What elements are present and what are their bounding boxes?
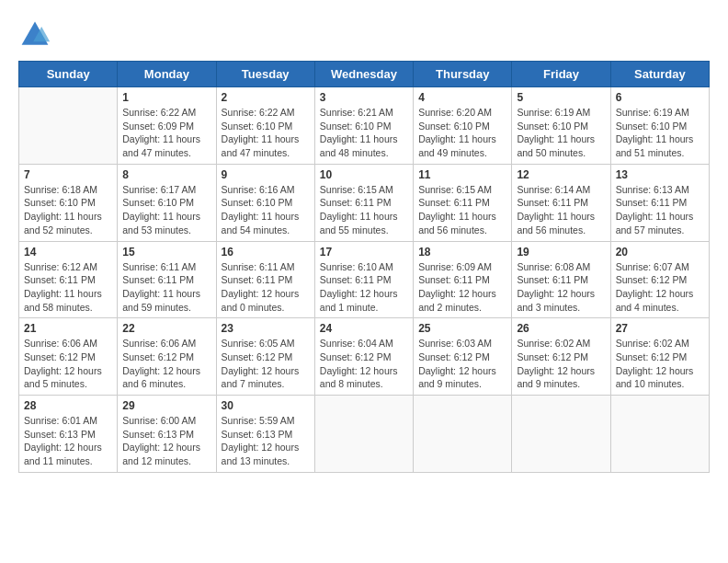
calendar-cell: 11Sunrise: 6:15 AM Sunset: 6:11 PM Dayli… — [414, 164, 512, 241]
calendar-cell — [19, 87, 118, 165]
day-info: Sunrise: 6:06 AM Sunset: 6:12 PM Dayligh… — [122, 337, 210, 391]
calendar-cell: 16Sunrise: 6:11 AM Sunset: 6:11 PM Dayli… — [216, 241, 314, 318]
day-info: Sunrise: 6:06 AM Sunset: 6:12 PM Dayligh… — [24, 337, 112, 391]
calendar-cell: 24Sunrise: 6:04 AM Sunset: 6:12 PM Dayli… — [314, 318, 413, 396]
day-info: Sunrise: 6:22 AM Sunset: 6:09 PM Dayligh… — [122, 106, 210, 160]
day-number: 4 — [418, 91, 506, 104]
day-number: 2 — [222, 91, 310, 104]
day-number: 5 — [517, 91, 605, 104]
day-info: Sunrise: 6:11 AM Sunset: 6:11 PM Dayligh… — [122, 260, 210, 315]
day-number: 23 — [222, 322, 310, 335]
calendar-cell: 5Sunrise: 6:19 AM Sunset: 6:10 PM Daylig… — [512, 87, 610, 165]
day-info: Sunrise: 6:16 AM Sunset: 6:10 PM Dayligh… — [222, 183, 310, 237]
logo-icon — [18, 18, 51, 52]
day-number: 21 — [24, 322, 112, 335]
day-header-sunday: Sunday — [19, 62, 118, 87]
calendar-cell — [414, 396, 512, 473]
day-number: 1 — [122, 91, 210, 104]
calendar-cell — [610, 396, 709, 473]
calendar-cell: 23Sunrise: 6:05 AM Sunset: 6:12 PM Dayli… — [216, 318, 314, 396]
day-info: Sunrise: 6:14 AM Sunset: 6:11 PM Dayligh… — [517, 183, 605, 237]
day-number: 7 — [24, 168, 112, 181]
day-number: 30 — [222, 399, 310, 412]
day-info: Sunrise: 6:22 AM Sunset: 6:10 PM Dayligh… — [222, 106, 310, 160]
calendar-cell: 18Sunrise: 6:09 AM Sunset: 6:11 PM Dayli… — [414, 241, 512, 318]
day-info: Sunrise: 6:01 AM Sunset: 6:13 PM Dayligh… — [24, 414, 112, 468]
day-number: 20 — [616, 246, 704, 259]
day-info: Sunrise: 6:03 AM Sunset: 6:12 PM Dayligh… — [418, 337, 506, 391]
day-info: Sunrise: 6:07 AM Sunset: 6:12 PM Dayligh… — [616, 260, 704, 315]
day-info: Sunrise: 6:05 AM Sunset: 6:12 PM Dayligh… — [222, 337, 310, 391]
day-info: Sunrise: 6:19 AM Sunset: 6:10 PM Dayligh… — [517, 106, 605, 160]
day-info: Sunrise: 6:15 AM Sunset: 6:11 PM Dayligh… — [320, 183, 408, 237]
calendar-cell: 3Sunrise: 6:21 AM Sunset: 6:10 PM Daylig… — [314, 87, 413, 165]
day-info: Sunrise: 6:12 AM Sunset: 6:11 PM Dayligh… — [24, 260, 112, 315]
day-info: Sunrise: 6:10 AM Sunset: 6:11 PM Dayligh… — [320, 260, 408, 315]
day-info: Sunrise: 6:02 AM Sunset: 6:12 PM Dayligh… — [616, 337, 704, 391]
day-number: 19 — [517, 246, 605, 259]
calendar-header-row: SundayMondayTuesdayWednesdayThursdayFrid… — [19, 62, 710, 87]
day-header-wednesday: Wednesday — [314, 62, 413, 87]
day-header-friday: Friday — [512, 62, 610, 87]
day-number: 26 — [517, 322, 605, 335]
calendar-table: SundayMondayTuesdayWednesdayThursdayFrid… — [18, 61, 710, 473]
day-info: Sunrise: 6:02 AM Sunset: 6:12 PM Dayligh… — [517, 337, 605, 391]
day-number: 24 — [320, 322, 408, 335]
day-number: 9 — [222, 168, 310, 181]
calendar-cell: 6Sunrise: 6:19 AM Sunset: 6:10 PM Daylig… — [610, 87, 709, 165]
calendar-cell: 19Sunrise: 6:08 AM Sunset: 6:11 PM Dayli… — [512, 241, 610, 318]
calendar-cell: 28Sunrise: 6:01 AM Sunset: 6:13 PM Dayli… — [19, 396, 118, 473]
day-info: Sunrise: 6:19 AM Sunset: 6:10 PM Dayligh… — [616, 106, 704, 160]
calendar-cell: 8Sunrise: 6:17 AM Sunset: 6:10 PM Daylig… — [118, 164, 216, 241]
day-number: 17 — [320, 246, 408, 259]
calendar-cell: 15Sunrise: 6:11 AM Sunset: 6:11 PM Dayli… — [118, 241, 216, 318]
day-info: Sunrise: 6:00 AM Sunset: 6:13 PM Dayligh… — [122, 414, 210, 468]
day-header-monday: Monday — [118, 62, 216, 87]
day-info: Sunrise: 6:11 AM Sunset: 6:11 PM Dayligh… — [222, 260, 310, 315]
calendar-cell: 29Sunrise: 6:00 AM Sunset: 6:13 PM Dayli… — [118, 396, 216, 473]
day-info: Sunrise: 6:04 AM Sunset: 6:12 PM Dayligh… — [320, 337, 408, 391]
day-number: 6 — [616, 91, 704, 104]
calendar-week-row: 7Sunrise: 6:18 AM Sunset: 6:10 PM Daylig… — [19, 164, 710, 241]
day-number: 29 — [122, 399, 210, 412]
calendar-cell: 10Sunrise: 6:15 AM Sunset: 6:11 PM Dayli… — [314, 164, 413, 241]
calendar-cell: 13Sunrise: 6:13 AM Sunset: 6:11 PM Dayli… — [610, 164, 709, 241]
day-info: Sunrise: 6:15 AM Sunset: 6:11 PM Dayligh… — [418, 183, 506, 237]
day-number: 28 — [24, 399, 112, 412]
page-header — [18, 18, 710, 52]
day-info: Sunrise: 6:13 AM Sunset: 6:11 PM Dayligh… — [616, 183, 704, 237]
calendar-cell: 30Sunrise: 5:59 AM Sunset: 6:13 PM Dayli… — [216, 396, 314, 473]
day-number: 10 — [320, 168, 408, 181]
day-number: 15 — [122, 246, 210, 259]
calendar-cell: 26Sunrise: 6:02 AM Sunset: 6:12 PM Dayli… — [512, 318, 610, 396]
calendar-cell: 27Sunrise: 6:02 AM Sunset: 6:12 PM Dayli… — [610, 318, 709, 396]
calendar-cell — [512, 396, 610, 473]
calendar-week-row: 14Sunrise: 6:12 AM Sunset: 6:11 PM Dayli… — [19, 241, 710, 318]
day-number: 18 — [418, 246, 506, 259]
day-number: 22 — [122, 322, 210, 335]
day-info: Sunrise: 6:20 AM Sunset: 6:10 PM Dayligh… — [418, 106, 506, 160]
day-number: 12 — [517, 168, 605, 181]
calendar-cell: 22Sunrise: 6:06 AM Sunset: 6:12 PM Dayli… — [118, 318, 216, 396]
day-info: Sunrise: 6:08 AM Sunset: 6:11 PM Dayligh… — [517, 260, 605, 315]
calendar-week-row: 21Sunrise: 6:06 AM Sunset: 6:12 PM Dayli… — [19, 318, 710, 396]
day-info: Sunrise: 5:59 AM Sunset: 6:13 PM Dayligh… — [222, 414, 310, 468]
calendar-cell: 4Sunrise: 6:20 AM Sunset: 6:10 PM Daylig… — [414, 87, 512, 165]
day-header-tuesday: Tuesday — [216, 62, 314, 87]
calendar-cell: 7Sunrise: 6:18 AM Sunset: 6:10 PM Daylig… — [19, 164, 118, 241]
logo — [18, 18, 55, 52]
calendar-cell: 2Sunrise: 6:22 AM Sunset: 6:10 PM Daylig… — [216, 87, 314, 165]
calendar-cell: 20Sunrise: 6:07 AM Sunset: 6:12 PM Dayli… — [610, 241, 709, 318]
day-number: 13 — [616, 168, 704, 181]
day-number: 27 — [616, 322, 704, 335]
day-number: 8 — [122, 168, 210, 181]
day-number: 3 — [320, 91, 408, 104]
calendar-cell: 21Sunrise: 6:06 AM Sunset: 6:12 PM Dayli… — [19, 318, 118, 396]
day-info: Sunrise: 6:18 AM Sunset: 6:10 PM Dayligh… — [24, 183, 112, 237]
calendar-cell: 12Sunrise: 6:14 AM Sunset: 6:11 PM Dayli… — [512, 164, 610, 241]
day-header-saturday: Saturday — [610, 62, 709, 87]
calendar-cell: 9Sunrise: 6:16 AM Sunset: 6:10 PM Daylig… — [216, 164, 314, 241]
calendar-week-row: 28Sunrise: 6:01 AM Sunset: 6:13 PM Dayli… — [19, 396, 710, 473]
calendar-week-row: 1Sunrise: 6:22 AM Sunset: 6:09 PM Daylig… — [19, 87, 710, 165]
calendar-cell — [314, 396, 413, 473]
